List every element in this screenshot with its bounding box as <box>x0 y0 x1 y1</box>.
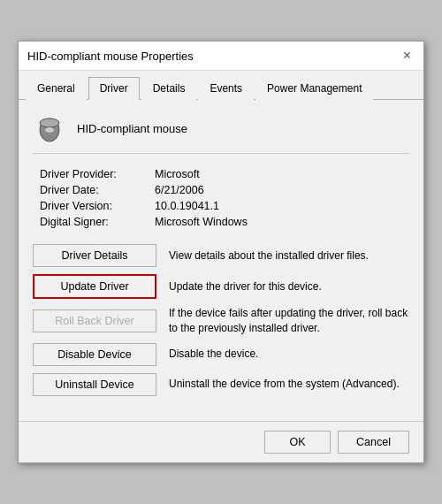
provider-label: Driver Provider: <box>40 168 155 180</box>
roll-back-desc: If the device fails after updating the d… <box>169 306 409 336</box>
update-driver-desc: Update the driver for this device. <box>169 279 409 294</box>
close-button[interactable]: × <box>400 49 415 63</box>
tab-events[interactable]: Events <box>198 77 254 100</box>
disable-device-desc: Disable the device. <box>169 347 409 362</box>
uninstall-device-row: Uninstall Device Uninstall the device fr… <box>33 373 409 396</box>
window-title: HID-compliant mouse Properties <box>27 50 194 63</box>
roll-back-button[interactable]: Roll Back Driver <box>33 309 156 332</box>
signer-value: Microsoft Windows <box>155 216 409 228</box>
disable-device-button[interactable]: Disable Device <box>33 343 156 366</box>
svg-point-2 <box>40 118 59 127</box>
tab-general[interactable]: General <box>26 77 87 100</box>
uninstall-device-desc: Uninstall the device from the system (Ad… <box>169 377 409 392</box>
tab-content: HID-compliant mouse Driver Provider: Mic… <box>19 100 423 410</box>
device-header: HID-compliant mouse <box>33 114 409 154</box>
update-driver-button[interactable]: Update Driver <box>33 274 156 299</box>
date-value: 6/21/2006 <box>155 184 409 196</box>
cancel-button[interactable]: Cancel <box>338 431 409 454</box>
uninstall-device-button[interactable]: Uninstall Device <box>33 373 156 396</box>
footer: OK Cancel <box>19 421 423 462</box>
actions-section: Driver Details View details about the in… <box>33 244 409 396</box>
svg-point-3 <box>45 127 54 133</box>
update-driver-row: Update Driver Update the driver for this… <box>33 274 409 299</box>
tab-details[interactable]: Details <box>141 77 197 100</box>
disable-device-row: Disable Device Disable the device. <box>33 343 409 366</box>
signer-label: Digital Signer: <box>40 216 155 228</box>
device-name: HID-compliant mouse <box>77 122 187 135</box>
ok-button[interactable]: OK <box>264 431 331 454</box>
title-bar: HID-compliant mouse Properties × <box>19 42 423 71</box>
driver-info: Driver Provider: Microsoft Driver Date: … <box>33 168 409 228</box>
tab-power-management[interactable]: Power Management <box>255 77 373 100</box>
roll-back-row: Roll Back Driver If the device fails aft… <box>33 306 409 336</box>
tab-bar: General Driver Details Events Power Mana… <box>19 71 423 100</box>
provider-value: Microsoft <box>155 168 409 180</box>
version-value: 10.0.19041.1 <box>155 200 409 212</box>
properties-window: HID-compliant mouse Properties × General… <box>18 41 424 463</box>
device-icon <box>33 114 66 142</box>
driver-details-button[interactable]: Driver Details <box>33 244 156 267</box>
date-label: Driver Date: <box>40 184 155 196</box>
version-label: Driver Version: <box>40 200 155 212</box>
driver-details-desc: View details about the installed driver … <box>169 248 409 263</box>
tab-driver[interactable]: Driver <box>88 77 140 100</box>
driver-details-row: Driver Details View details about the in… <box>33 244 409 267</box>
